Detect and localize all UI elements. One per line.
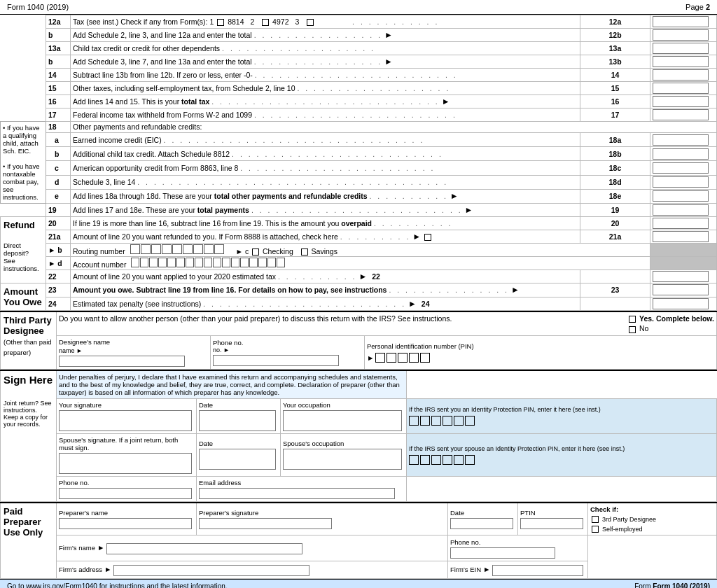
line-19-row: 19 Add lines 17 and 18e. These are your … xyxy=(1,204,717,217)
spouse-occ-input[interactable] xyxy=(283,449,402,470)
acct-box-13[interactable] xyxy=(240,258,249,267)
self-employed-check[interactable] xyxy=(592,526,599,533)
pin-box-3[interactable] xyxy=(398,353,408,363)
preparers-name-input[interactable] xyxy=(59,518,192,529)
date-input-2[interactable] xyxy=(199,449,276,470)
irs-spouse-pin-box-3[interactable] xyxy=(431,455,441,465)
routing-box-1[interactable] xyxy=(130,244,140,254)
routing-box-5[interactable] xyxy=(172,244,182,254)
line-17-amount[interactable] xyxy=(650,108,717,122)
designee-name-input[interactable] xyxy=(59,356,185,367)
firms-ein-cell: Firm's EIN ► xyxy=(448,561,588,579)
form-check-3[interactable] xyxy=(307,19,314,26)
irs-spouse-pin-box-1[interactable] xyxy=(409,455,419,465)
pin-box-2[interactable] xyxy=(387,353,396,363)
firms-name-input[interactable] xyxy=(106,543,302,554)
irs-pin-box-5[interactable] xyxy=(454,416,464,426)
acct-box-1[interactable] xyxy=(131,258,139,267)
line-18b-amount[interactable] xyxy=(650,147,717,161)
date-input-preparer[interactable] xyxy=(450,518,513,529)
line-16-amount[interactable] xyxy=(650,95,717,108)
irs-pin-box-1[interactable] xyxy=(409,416,419,426)
acct-box-5[interactable] xyxy=(167,258,176,267)
spouse-sig-input[interactable] xyxy=(59,453,192,474)
savings-check[interactable] xyxy=(301,248,308,255)
irs-spouse-pin-box-6[interactable] xyxy=(465,455,475,465)
preparers-sig-input[interactable] xyxy=(199,518,332,529)
routing-box-9[interactable] xyxy=(214,244,224,254)
line-13a-amount[interactable] xyxy=(650,42,717,55)
acct-box-3[interactable] xyxy=(149,258,158,267)
routing-box-6[interactable] xyxy=(183,244,193,254)
firms-address-input[interactable] xyxy=(113,565,309,576)
email-input[interactable] xyxy=(199,488,395,499)
routing-box-3[interactable] xyxy=(151,244,161,254)
routing-box-8[interactable] xyxy=(204,244,214,254)
acct-box-8[interactable] xyxy=(195,258,203,267)
yes-check[interactable] xyxy=(629,316,636,323)
acct-box-16[interactable] xyxy=(267,258,276,267)
irs-pin-box-2[interactable] xyxy=(420,416,430,426)
irs-pin-box-3[interactable] xyxy=(431,416,441,426)
firms-ein-input[interactable] xyxy=(492,565,583,576)
no-check[interactable] xyxy=(629,326,636,333)
routing-box-4[interactable] xyxy=(162,244,172,254)
arrow-right-21a: ► xyxy=(412,232,421,241)
phone-no-input-2[interactable] xyxy=(59,488,192,499)
irs-spouse-pin-box-5[interactable] xyxy=(454,455,464,465)
date-input-1[interactable] xyxy=(199,410,276,431)
phone-no-input[interactable] xyxy=(213,355,339,366)
line-12b-amount[interactable] xyxy=(650,29,717,42)
line-18e-amount[interactable] xyxy=(650,189,717,203)
line-19-amount[interactable] xyxy=(650,204,717,217)
acct-box-2[interactable] xyxy=(140,258,148,267)
line-12a-amount[interactable] xyxy=(650,15,717,29)
line-24-amount[interactable] xyxy=(650,297,717,311)
irs-pin-box-4[interactable] xyxy=(443,416,452,426)
line-15-amount[interactable] xyxy=(650,82,717,95)
irs-spouse-pin-box-2[interactable] xyxy=(420,455,430,465)
line-20-amount[interactable] xyxy=(650,217,717,230)
line-22-amount[interactable] xyxy=(650,270,717,284)
line-13b-amount[interactable] xyxy=(650,55,717,69)
acct-box-14[interactable] xyxy=(249,258,258,267)
your-signature-input[interactable] xyxy=(59,410,192,431)
line-24-desc: Estimated tax penalty (see instructions)… xyxy=(71,297,580,311)
line-21a-amount[interactable] xyxy=(650,230,717,244)
routing-box-2[interactable] xyxy=(141,244,151,254)
line-18a-amount[interactable] xyxy=(650,132,717,146)
line-14-amount[interactable] xyxy=(650,69,717,82)
firms-phone-input[interactable] xyxy=(450,547,555,559)
irs-pin-box-6[interactable] xyxy=(465,416,475,426)
line-12b-num: 12b xyxy=(580,29,650,42)
email-cell: Email address xyxy=(197,476,407,501)
acct-box-15[interactable] xyxy=(258,258,267,267)
third-party-designee-check[interactable] xyxy=(592,516,599,523)
line-18a-desc: Earned income credit (EIC) . . . . . . .… xyxy=(71,132,580,146)
your-occupation-input[interactable] xyxy=(283,410,402,431)
acct-box-12[interactable] xyxy=(231,258,239,267)
pin-box-5[interactable] xyxy=(420,353,430,363)
pin-box-1[interactable] xyxy=(375,353,385,363)
sign-here-label: Sign Here xyxy=(4,374,53,386)
form-check-2[interactable] xyxy=(262,19,269,26)
ptin-input[interactable] xyxy=(520,518,583,529)
routing-box-7[interactable] xyxy=(193,244,203,254)
acct-box-17[interactable] xyxy=(277,258,285,267)
line-18d-amount[interactable] xyxy=(650,175,717,189)
direct-deposit-label: Direct deposit? xyxy=(4,241,29,257)
irs-spouse-pin-box-4[interactable] xyxy=(443,455,452,465)
line-16-row: 16 Add lines 14 and 15. This is your tot… xyxy=(1,95,717,108)
line-18c-amount[interactable] xyxy=(650,161,717,175)
acct-box-4[interactable] xyxy=(158,258,167,267)
checking-check[interactable] xyxy=(252,248,259,255)
form-8888-check[interactable] xyxy=(424,234,431,241)
acct-box-6[interactable] xyxy=(176,258,185,267)
pin-box-4[interactable] xyxy=(409,353,419,363)
acct-box-9[interactable] xyxy=(204,258,212,267)
acct-box-10[interactable] xyxy=(213,258,221,267)
form-check-1[interactable] xyxy=(217,19,224,26)
acct-box-11[interactable] xyxy=(222,258,230,267)
line-23-amount[interactable] xyxy=(650,284,717,298)
acct-box-7[interactable] xyxy=(186,258,194,267)
